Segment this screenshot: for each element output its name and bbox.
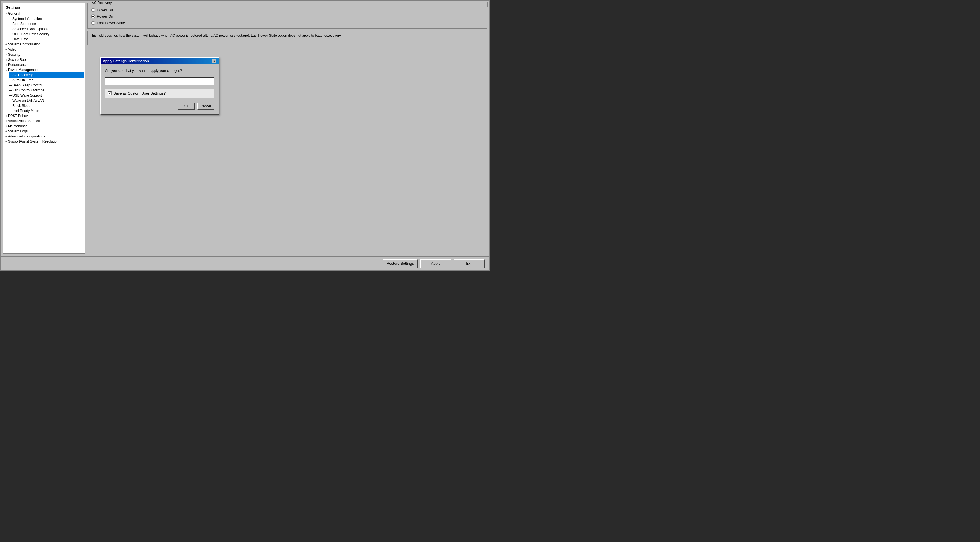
sidebar-item-label: Wake on LAN/WLAN — [13, 99, 44, 103]
dialog-box: Apply Settings Confirmation × Are you su… — [100, 57, 219, 115]
sidebar-item-label: Performance — [8, 63, 27, 67]
dialog-body: Are you sure that you want to apply your… — [100, 64, 219, 114]
sidebar-item-secure-boot[interactable]: + Secure Boot — [5, 57, 84, 62]
sidebar-item-intel-ready[interactable]: — Intel Ready Mode — [9, 108, 84, 113]
dialog-close-button[interactable]: × — [212, 59, 216, 63]
right-panel: AC Recovery Power Off Power On — [88, 3, 487, 254]
ac-recovery-groupbox: AC Recovery Power Off Power On — [88, 3, 487, 29]
bios-window: × Settings ○ General — System Informatio… — [0, 0, 490, 271]
dialog-question: Are you sure that you want to apply your… — [105, 69, 214, 73]
expander-post: + — [5, 114, 8, 118]
indent: — — [9, 109, 13, 113]
sidebar-item-label: Date/Time — [13, 37, 28, 41]
sidebar-item-usb-wake[interactable]: — USB Wake Support — [9, 93, 84, 98]
sidebar-item-label: Fan Control Override — [13, 88, 44, 92]
radio-label-last-power: Last Power State — [97, 21, 125, 25]
sidebar-item-auto-on-time[interactable]: — Auto On Time — [9, 78, 84, 83]
sidebar-item-label-general: General — [8, 12, 20, 16]
sidebar-item-deep-sleep[interactable]: — Deep Sleep Control — [9, 83, 84, 88]
sidebar-item-block-sleep[interactable]: — Block Sleep — [9, 103, 84, 108]
sidebar-item-label: Advanced Boot Options — [13, 27, 48, 31]
sidebar-item-label: System Information — [13, 17, 42, 21]
bottom-bar: Restore Settings Apply Exit — [0, 256, 490, 270]
sidebar-item-label: Boot Sequence — [13, 22, 36, 26]
ac-recovery-title: AC Recovery — [91, 1, 113, 5]
sidebar-item-performance[interactable]: + Performance — [5, 62, 84, 67]
save-custom-checkbox[interactable]: ✓ — [108, 91, 111, 95]
dialog-input-area — [105, 77, 214, 85]
tree-children-power: AC Recovery — Auto On Time — Deep Sleep … — [9, 72, 84, 113]
ac-recovery-options: Power Off Power On Last Power State — [91, 8, 484, 25]
sidebar-item-label: USB Wake Support — [13, 94, 42, 97]
expander-logs: + — [5, 130, 8, 133]
radio-power-off[interactable]: Power Off — [91, 8, 484, 12]
sidebar-item-label: Secure Boot — [8, 58, 27, 62]
sidebar-item-label: POST Behavior — [8, 114, 32, 118]
sidebar-item-label: System Configuration — [8, 42, 41, 46]
indent: — — [9, 104, 13, 108]
sidebar-item-fan-control[interactable]: — Fan Control Override — [9, 88, 84, 93]
sidebar-item-supportassist[interactable]: + SupportAssist System Resolution — [5, 139, 84, 144]
indent: — — [9, 17, 13, 21]
expander-general: ○ — [5, 12, 8, 15]
radio-label-power-off: Power Off — [97, 8, 113, 12]
sidebar-item-label: UEFI Boot Path Security — [13, 32, 49, 36]
sidebar-item-advanced-boot-options[interactable]: — Advanced Boot Options — [9, 26, 84, 32]
indent: — — [9, 37, 13, 41]
sidebar-item-ac-recovery[interactable]: AC Recovery — [9, 72, 84, 78]
sidebar-item-virtualization[interactable]: + Virtualization Support — [5, 118, 84, 124]
sidebar-item-uefi-boot-path[interactable]: — UEFI Boot Path Security — [9, 32, 84, 37]
sidebar-item-system-configuration[interactable]: + System Configuration — [5, 42, 84, 47]
ok-button[interactable]: OK — [178, 103, 195, 110]
sidebar-item-label: Security — [8, 52, 20, 57]
cancel-button[interactable]: Cancel — [197, 103, 214, 110]
description-box: This field specifies how the system will… — [88, 31, 487, 45]
sidebar-item-video[interactable]: + Video — [5, 47, 84, 52]
expander-security: + — [5, 53, 8, 56]
sidebar-item-wake-on-lan[interactable]: — Wake on LAN/WLAN — [9, 98, 84, 103]
sidebar-item-general[interactable]: ○ General — [5, 11, 84, 16]
exit-button[interactable]: Exit — [453, 259, 485, 268]
radio-circle-last-power — [91, 21, 95, 25]
main-layout: Settings ○ General — System Information … — [0, 0, 490, 256]
dialog-checkbox-area[interactable]: ✓ Save as Custom User Settings? — [105, 89, 214, 98]
radio-power-on[interactable]: Power On — [91, 14, 484, 19]
tree-group-power: ○ Power Management AC Recovery — Auto On… — [5, 67, 84, 113]
expander-system-config: + — [5, 43, 8, 46]
sidebar-item-power-management[interactable]: ○ Power Management — [5, 67, 84, 72]
indent: — — [9, 32, 13, 36]
sidebar-item-system-logs[interactable]: + System Logs — [5, 129, 84, 134]
expander-performance: + — [5, 64, 8, 67]
indent: — — [9, 88, 13, 92]
tree-children-general: — System Information — Boot Sequence — A… — [9, 16, 84, 42]
apply-button[interactable]: Apply — [420, 259, 451, 268]
sidebar-item-label: AC Recovery — [13, 73, 33, 77]
expander-sa: + — [5, 140, 8, 143]
expander-video: + — [5, 48, 8, 51]
sidebar-item-label: Intel Ready Mode — [13, 109, 39, 113]
expander-secure-boot: + — [5, 58, 8, 61]
sidebar-item-label: System Logs — [8, 129, 27, 133]
sidebar-item-system-information[interactable]: — System Information — [9, 16, 84, 21]
indent: — — [9, 99, 13, 103]
radio-last-power-state[interactable]: Last Power State — [91, 21, 484, 25]
sidebar-item-maintenance[interactable]: + Maintenance — [5, 124, 84, 129]
sidebar-item-security[interactable]: + Security — [5, 52, 84, 57]
sidebar-item-advanced-config[interactable]: + Advanced configurations — [5, 134, 84, 139]
sidebar-item-label: SupportAssist System Resolution — [8, 140, 58, 143]
tree-group-general: ○ General — System Information — Boot Se… — [5, 11, 84, 42]
sidebar-item-label: Power Management — [8, 68, 38, 72]
restore-settings-button[interactable]: Restore Settings — [383, 259, 418, 268]
sidebar-item-date-time[interactable]: — Date/Time — [9, 37, 84, 42]
expander-adv: + — [5, 135, 8, 138]
sidebar-item-label: Block Sleep — [13, 104, 30, 108]
description-text: This field specifies how the system will… — [90, 33, 342, 38]
indent: — — [9, 22, 13, 26]
sidebar-item-label: Deep Sleep Control — [13, 83, 42, 87]
sidebar-item-boot-sequence[interactable]: — Boot Sequence — [9, 21, 84, 26]
indent: — — [9, 27, 13, 31]
sidebar-item-label: Auto On Time — [13, 78, 33, 82]
checkbox-label: Save as Custom User Settings? — [113, 91, 165, 95]
sidebar-item-post-behavior[interactable]: + POST Behavior — [5, 113, 84, 118]
sidebar-item-label: Virtualization Support — [8, 119, 40, 123]
